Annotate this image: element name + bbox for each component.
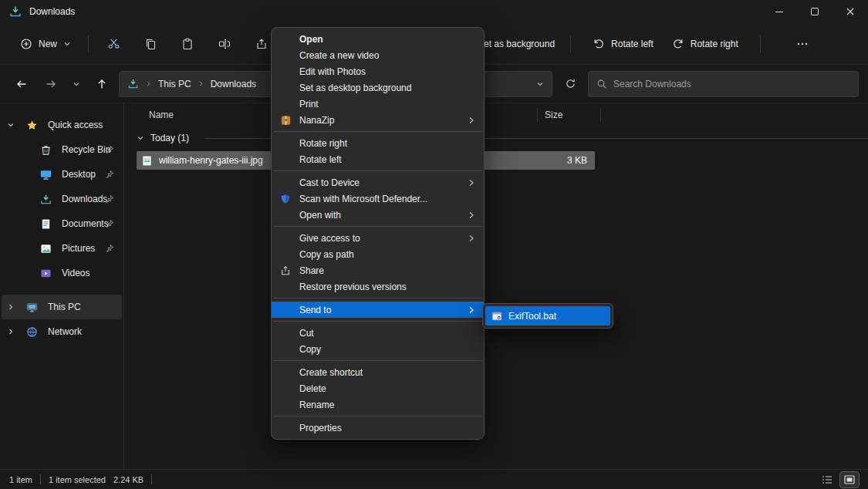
context-menu-item-cast-to-device[interactable]: Cast to Device <box>272 174 484 191</box>
context-menu-item-print[interactable]: Print <box>272 96 484 112</box>
forward-icon <box>45 78 57 90</box>
menu-label: Create shortcut <box>299 367 363 378</box>
sidebar-item-downloads[interactable]: Downloads <box>2 187 122 211</box>
close-button[interactable] <box>833 0 868 23</box>
context-menu-item-nanazip[interactable]: NanaZip <box>272 112 484 128</box>
context-menu-item-properties[interactable]: Properties <box>272 420 484 436</box>
sidebar-section-gap <box>0 285 123 295</box>
selection-size: 2.24 KB <box>113 475 144 484</box>
file-explorer-window: Downloads New et as background Rotate <box>0 0 868 489</box>
clipboard-button-group <box>98 30 277 58</box>
cut-icon <box>107 37 120 50</box>
ellipsis-icon <box>796 38 809 50</box>
menu-label: Set as desktop background <box>299 83 411 93</box>
chevron-down-icon <box>137 134 144 142</box>
context-menu-item-create-a-new-video[interactable]: Create a new video <box>272 47 484 63</box>
context-menu-item-rotate-left[interactable]: Rotate left <box>272 151 484 167</box>
back-button[interactable] <box>9 72 34 96</box>
toolbar-divider <box>88 35 89 52</box>
image-file-icon <box>141 155 153 167</box>
menu-label: Open with <box>299 210 341 221</box>
sidebar-item-network[interactable]: Network <box>2 319 122 344</box>
minimize-button[interactable] <box>762 0 797 23</box>
context-menu-item-cut[interactable]: Cut <box>272 325 484 341</box>
group-header-today[interactable]: Today (1) <box>124 126 868 150</box>
column-divider[interactable] <box>600 108 601 122</box>
context-menu-item-open-with[interactable]: Open with <box>272 207 484 223</box>
search-input[interactable] <box>613 79 850 89</box>
forward-button[interactable] <box>39 72 63 96</box>
breadcrumb-downloads[interactable]: Downloads <box>211 79 256 89</box>
context-menu-item-delete[interactable]: Delete <box>272 380 484 396</box>
set-as-background-button[interactable]: et as background <box>484 39 555 49</box>
pin-icon <box>105 194 114 204</box>
sidebar-item-recycle-bin[interactable]: Recycle Bin <box>2 137 122 162</box>
context-menu-item-scan-with-defender[interactable]: Scan with Microsoft Defender... <box>272 191 484 207</box>
context-menu-item-restore-previous-versions[interactable]: Restore previous versions <box>272 278 484 295</box>
details-view-button[interactable] <box>818 472 836 487</box>
column-header-name[interactable]: Name <box>149 110 174 120</box>
up-button[interactable] <box>90 72 114 96</box>
menu-label: Give access to <box>299 233 360 244</box>
sidebar-item-label: Downloads <box>62 194 107 204</box>
copy-button[interactable] <box>135 30 166 58</box>
context-menu-item-give-access-to[interactable]: Give access to <box>272 230 484 246</box>
context-menu-item-open[interactable]: Open <box>272 31 484 47</box>
address-dropdown-button[interactable] <box>536 80 544 88</box>
sidebar-item-quick-access[interactable]: Quick access <box>2 113 122 137</box>
menu-separator <box>273 298 482 298</box>
share-icon <box>280 265 291 276</box>
maximize-icon <box>809 5 821 18</box>
send-to-submenu: ExifTool.bat <box>482 303 613 329</box>
context-menu-item-copy[interactable]: Copy <box>272 341 484 357</box>
chevron-down-icon <box>2 121 20 129</box>
context-menu-item-rotate-right[interactable]: Rotate right <box>272 135 484 151</box>
context-menu-item-share[interactable]: Share <box>272 262 484 278</box>
search-box[interactable] <box>588 71 859 97</box>
cut-button[interactable] <box>98 30 129 58</box>
maximize-button[interactable] <box>797 0 833 23</box>
batch-file-icon <box>491 311 502 322</box>
context-menu-item-rename[interactable]: Rename <box>272 396 484 413</box>
new-button[interactable]: New <box>12 32 79 56</box>
sidebar-item-desktop[interactable]: Desktop <box>2 162 122 187</box>
context-menu-item-copy-as-path[interactable]: Copy as path <box>272 246 484 262</box>
nanazip-icon <box>280 114 292 126</box>
sidebar-item-videos[interactable]: Videos <box>2 261 122 285</box>
recent-locations-button[interactable] <box>68 72 85 96</box>
refresh-button[interactable] <box>557 71 583 97</box>
chevron-right-icon <box>2 328 20 336</box>
rename-button[interactable] <box>209 30 240 58</box>
submenu-arrow-icon <box>468 234 475 242</box>
column-divider[interactable] <box>537 108 538 122</box>
pin-icon <box>105 244 114 253</box>
menu-label: Scan with Microsoft Defender... <box>299 194 427 204</box>
file-name: william-henry-gates-iii.jpg <box>159 155 263 166</box>
context-menu-item-edit-with-photos[interactable]: Edit with Photos <box>272 63 484 79</box>
menu-label: Copy <box>299 344 321 355</box>
thumbnails-view-icon <box>843 474 856 485</box>
submenu-item-exiftool[interactable]: ExifTool.bat <box>485 306 610 325</box>
file-size: 3 KB <box>567 155 587 166</box>
sidebar-item-this-pc[interactable]: This PC <box>2 295 122 319</box>
thumbnails-view-button[interactable] <box>840 472 859 487</box>
sidebar-item-documents[interactable]: Documents <box>2 211 122 236</box>
star-icon <box>26 120 43 131</box>
more-options-button[interactable] <box>787 30 818 58</box>
menu-label: Rotate left <box>299 154 342 165</box>
paste-button[interactable] <box>172 30 203 58</box>
context-menu-item-send-to[interactable]: Send to <box>272 302 484 318</box>
sidebar-item-pictures[interactable]: Pictures <box>2 236 122 261</box>
chevron-down-icon <box>73 80 80 88</box>
context-menu-item-set-as-desktop-background[interactable]: Set as desktop background <box>272 79 484 96</box>
sidebar-item-label: Desktop <box>62 169 96 180</box>
column-header-size[interactable]: Size <box>545 110 562 120</box>
context-menu-item-create-shortcut[interactable]: Create shortcut <box>272 364 484 380</box>
breadcrumb-this-pc[interactable]: This PC <box>158 79 191 89</box>
chevron-right-icon <box>2 303 20 311</box>
rotate-left-button[interactable]: Rotate left <box>586 32 660 56</box>
rotate-right-button[interactable]: Rotate right <box>666 32 745 56</box>
pin-icon <box>105 170 114 179</box>
menu-label: Cast to Device <box>299 177 360 188</box>
menu-label: Properties <box>299 423 342 433</box>
